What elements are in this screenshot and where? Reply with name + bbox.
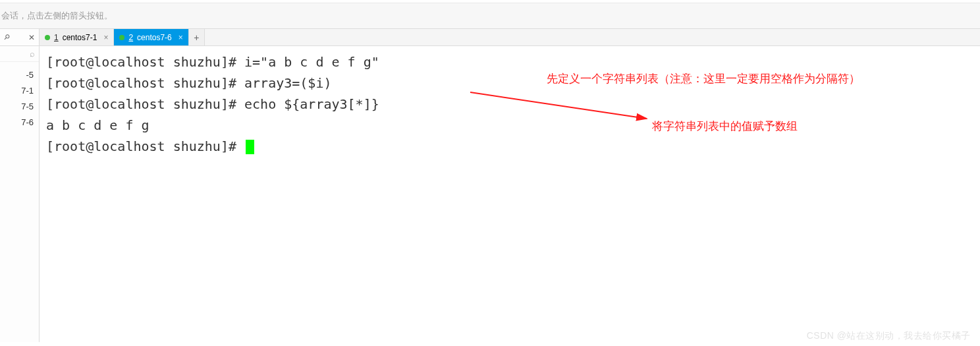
- status-dot-icon: [45, 35, 50, 40]
- pin-icon[interactable]: ⚲: [2, 32, 12, 42]
- search-icon: ⌕: [30, 49, 35, 59]
- hint-bar: 会话，点击左侧的箭头按钮。: [0, 3, 980, 29]
- tab-number: 1: [54, 33, 59, 42]
- tab-close-icon[interactable]: ×: [103, 33, 108, 42]
- sidebar-search[interactable]: ⌕: [0, 46, 39, 62]
- tab-add-button[interactable]: +: [189, 29, 205, 45]
- sidebar-list: -5 7-1 7-5 7-6: [0, 62, 39, 130]
- status-dot-icon: [119, 35, 124, 40]
- cursor-icon: [246, 140, 254, 154]
- terminal-line: a b c d e f g: [46, 115, 973, 136]
- terminal[interactable]: [root@localhost shuzhu]# i="a b c d e f …: [40, 46, 980, 342]
- tab-bar: 1 centos7-1 × 2 centos7-6 × +: [40, 29, 980, 46]
- tab-close-icon[interactable]: ×: [178, 33, 183, 42]
- sidebar-item[interactable]: 7-5: [0, 99, 39, 115]
- sidebar-top-icons: ⚲ ✕: [0, 29, 39, 46]
- left-sidebar: ⚲ ✕ ⌕ -5 7-1 7-5 7-6: [0, 29, 40, 342]
- sidebar-item[interactable]: -5: [0, 67, 39, 83]
- sidebar-item[interactable]: 7-1: [0, 83, 39, 99]
- main-area: 1 centos7-1 × 2 centos7-6 × + [root@loca…: [40, 29, 980, 342]
- tab-number: 2: [128, 33, 133, 42]
- terminal-line-prompt: [root@localhost shuzhu]#: [46, 136, 973, 157]
- close-icon[interactable]: ✕: [28, 33, 35, 42]
- annotation-define-list: 先定义一个字符串列表（注意：这里一定要用空格作为分隔符）: [547, 70, 860, 88]
- sidebar-item[interactable]: 7-6: [0, 115, 39, 130]
- terminal-line: [root@localhost shuzhu]# echo ${array3[*…: [46, 94, 973, 115]
- tab-label: centos7-6: [137, 33, 172, 42]
- annotation-assign-array: 将字符串列表中的值赋予数组: [652, 117, 798, 135]
- layout: ⚲ ✕ ⌕ -5 7-1 7-5 7-6 1 centos7-1 × 2 cen…: [0, 29, 980, 342]
- watermark: CSDN @站在这别动，我去给你买橘子: [807, 330, 971, 342]
- tab-centos7-1[interactable]: 1 centos7-1 ×: [40, 29, 114, 45]
- tab-label: centos7-1: [63, 33, 97, 42]
- tab-centos7-6[interactable]: 2 centos7-6 ×: [114, 29, 188, 45]
